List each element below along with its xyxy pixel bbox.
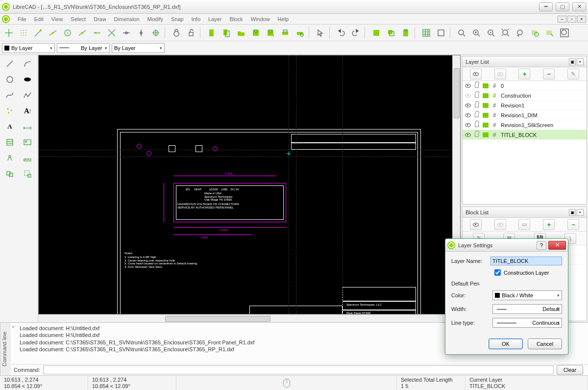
layer-hide-all-button[interactable] <box>494 69 506 79</box>
layer-edit-button[interactable]: ✎ <box>567 69 579 79</box>
command-input[interactable] <box>43 365 554 374</box>
block-show-all-button[interactable] <box>470 219 482 230</box>
snap-middle-button[interactable] <box>75 26 89 40</box>
restrict-vertical-button[interactable] <box>134 26 148 40</box>
copy-button[interactable] <box>384 26 398 40</box>
color-combo[interactable]: Black / White <box>492 290 562 300</box>
arc-tool[interactable] <box>20 57 35 71</box>
print-icon[interactable] <box>482 122 489 129</box>
lock-icon[interactable] <box>473 131 480 138</box>
image-tool[interactable] <box>20 135 35 149</box>
maximize-button[interactable]: ▢ <box>556 2 569 11</box>
dimension-tool[interactable] <box>20 120 35 133</box>
snap-distance-button[interactable] <box>90 26 104 40</box>
text-tool[interactable]: A! <box>20 104 35 118</box>
lock-icon[interactable] <box>473 122 480 129</box>
menu-draw[interactable]: Draw <box>90 15 110 23</box>
layer-row[interactable]: # Revision1_DIM <box>463 110 587 120</box>
block-list-header[interactable]: Block List ▣ × <box>463 207 587 218</box>
construction-icon[interactable]: # <box>491 102 498 109</box>
clear-button[interactable]: Clear <box>557 365 583 375</box>
layer-row[interactable]: # Construction <box>463 91 587 101</box>
close-button[interactable]: ✕ <box>572 2 586 11</box>
snap-on-entity-button[interactable] <box>46 26 60 40</box>
menu-dimension[interactable]: Dimension <box>110 15 144 23</box>
zoom-redraw-button[interactable] <box>455 26 468 40</box>
lock-icon[interactable] <box>473 112 480 119</box>
save-as-button[interactable] <box>264 26 277 40</box>
mtext-tool[interactable]: A <box>2 120 18 133</box>
line-tool[interactable] <box>2 57 18 71</box>
construction-layer-checkbox[interactable] <box>494 269 501 276</box>
print-icon[interactable] <box>482 92 489 99</box>
layer-row[interactable]: # TITLE_BLOCK <box>463 130 587 140</box>
print-preview-button[interactable] <box>293 26 307 40</box>
linetype-selector[interactable]: By Layer <box>112 43 165 53</box>
restrict-horizontal-button[interactable] <box>120 26 133 40</box>
dialog-titlebar[interactable]: Layer Settings ? ✕ <box>445 239 568 252</box>
dialog-help-button[interactable]: ? <box>537 241 546 250</box>
ellipse-tool[interactable] <box>20 73 35 86</box>
cut-button[interactable] <box>369 26 383 40</box>
point-tool[interactable] <box>2 104 18 118</box>
block-add-button[interactable]: + <box>543 219 555 230</box>
panel-close-button[interactable]: × <box>577 58 584 65</box>
layer-row[interactable]: # 0 <box>463 81 587 91</box>
measure-tool[interactable] <box>20 151 35 165</box>
lock-icon[interactable] <box>473 102 480 109</box>
eye-icon[interactable] <box>465 131 471 138</box>
linetype-combo[interactable]: Continuous <box>492 318 562 328</box>
snap-grid-button[interactable] <box>17 26 30 40</box>
layer-name-input[interactable] <box>490 257 562 265</box>
menu-edit[interactable]: Edit <box>30 15 48 23</box>
snap-free-button[interactable] <box>2 26 16 40</box>
polyline-tool[interactable] <box>20 88 35 102</box>
print-icon[interactable] <box>482 131 489 138</box>
zoom-pan-button[interactable] <box>543 26 557 40</box>
lock-icon[interactable] <box>473 92 480 99</box>
menu-layer[interactable]: Layer <box>204 15 226 23</box>
grid-toggle-button[interactable] <box>419 26 433 40</box>
cancel-button[interactable]: Cancel <box>528 338 562 349</box>
menu-snap[interactable]: Snap <box>167 15 188 23</box>
menu-window[interactable]: Window <box>246 15 273 23</box>
lock-relative-zero-button[interactable] <box>170 26 183 40</box>
ok-button[interactable]: OK <box>489 338 523 349</box>
block-create-button[interactable]: ▭ <box>518 219 530 230</box>
print-button[interactable] <box>278 26 292 40</box>
layer-show-all-button[interactable] <box>470 69 482 79</box>
layer-remove-button[interactable]: − <box>543 69 555 79</box>
menu-info[interactable]: Info <box>188 15 204 23</box>
arrow-cursor-button[interactable] <box>314 26 327 40</box>
mdi-minimize-button[interactable]: – <box>558 16 566 23</box>
menu-block[interactable]: Block <box>226 15 247 23</box>
zoom-extents-button[interactable] <box>558 26 571 40</box>
width-selector[interactable]: By Layer <box>57 43 110 53</box>
construction-icon[interactable]: # <box>491 112 498 119</box>
eye-icon[interactable] <box>465 82 471 89</box>
lock-icon[interactable] <box>473 82 480 89</box>
zoom-auto-button[interactable] <box>499 26 513 40</box>
redo-button[interactable] <box>349 26 363 40</box>
new-from-template-button[interactable] <box>220 26 233 40</box>
menu-file[interactable]: File <box>14 15 30 23</box>
mdi-close-button[interactable]: × <box>577 16 586 23</box>
eye-icon[interactable] <box>465 102 471 109</box>
block-remove-button[interactable]: − <box>567 219 579 230</box>
menu-view[interactable]: View <box>48 15 67 23</box>
mdi-restore-button[interactable]: ▫ <box>567 16 576 23</box>
undo-button[interactable] <box>334 26 348 40</box>
construction-icon[interactable]: # <box>491 92 498 99</box>
spline-tool[interactable] <box>2 88 18 102</box>
paste-button[interactable] <box>399 26 413 40</box>
drawing-viewport[interactable]: EN VENT 10/100 USB DC IN Made in USASpec… <box>38 55 461 322</box>
block-tool[interactable] <box>2 167 18 181</box>
construction-icon[interactable]: # <box>491 82 498 89</box>
circle-tool[interactable] <box>2 73 18 86</box>
menu-select[interactable]: Select <box>67 15 90 23</box>
modify-tool[interactable] <box>2 151 18 165</box>
unlock-relative-zero-button[interactable] <box>184 26 198 40</box>
new-button[interactable] <box>205 26 219 40</box>
eye-icon[interactable] <box>465 92 471 99</box>
layer-add-button[interactable]: + <box>518 69 530 79</box>
